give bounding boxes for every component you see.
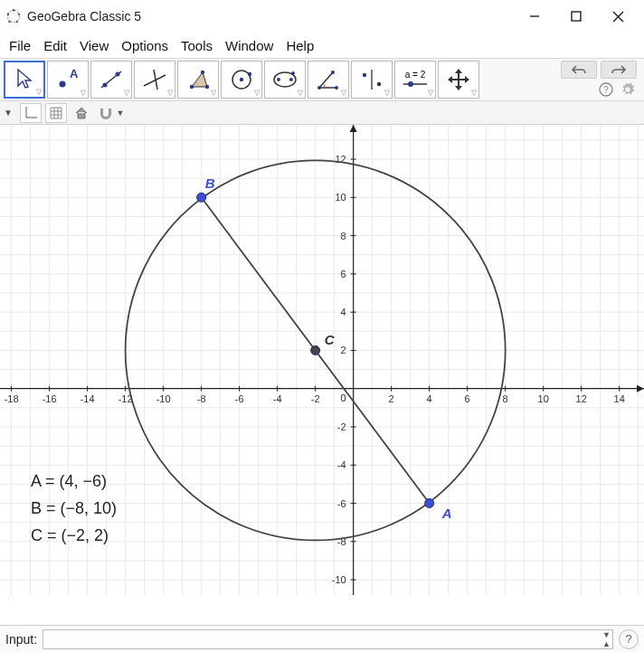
svg-point-30	[335, 86, 338, 90]
menu-options[interactable]: Options	[116, 34, 174, 57]
svg-point-25	[277, 78, 280, 81]
minimize-button[interactable]	[514, 3, 555, 30]
tool-perpendicular[interactable]: ▽	[134, 61, 175, 99]
tool-circle[interactable]: ▽	[221, 61, 262, 99]
svg-marker-17	[192, 72, 207, 87]
panel-toggle-icon[interactable]: ▼	[4, 108, 13, 118]
redo-button[interactable]	[601, 61, 637, 79]
svg-text:12: 12	[576, 393, 587, 404]
home-icon	[74, 106, 89, 120]
menu-window[interactable]: Window	[220, 34, 279, 57]
svg-text:4: 4	[341, 307, 346, 317]
svg-text:-6: -6	[235, 393, 244, 404]
maximize-button[interactable]	[555, 3, 597, 30]
svg-text:4: 4	[427, 393, 432, 404]
svg-point-27	[291, 71, 295, 75]
svg-point-2	[18, 14, 20, 15]
undo-button[interactable]	[561, 61, 597, 79]
home-button[interactable]	[71, 103, 92, 123]
cursor-icon	[14, 68, 34, 91]
perpendicular-icon	[139, 66, 170, 93]
menu-tools[interactable]: Tools	[175, 34, 218, 57]
settings-icon[interactable]	[619, 80, 637, 99]
chevron-down-icon: ▽	[298, 89, 303, 97]
menubar: File Edit View Options Tools Window Help	[0, 33, 644, 58]
svg-point-159	[425, 499, 434, 508]
svg-text:-18: -18	[5, 393, 19, 404]
svg-point-13	[103, 83, 108, 88]
move-arrows-icon	[445, 66, 472, 93]
svg-text:-4: -4	[337, 459, 346, 470]
input-field[interactable]: ▼▲	[43, 629, 613, 649]
magnet-icon	[98, 107, 114, 119]
svg-text:6: 6	[465, 393, 470, 404]
chevron-down-icon: ▽	[471, 89, 477, 97]
svg-text:-10: -10	[332, 574, 346, 585]
reflect-icon	[356, 66, 387, 93]
redo-icon	[611, 64, 627, 75]
axes-icon	[24, 106, 38, 120]
ellipse-icon	[270, 66, 300, 93]
svg-text:14: 14	[614, 393, 625, 404]
menu-view[interactable]: View	[74, 34, 114, 57]
svg-text:2: 2	[341, 345, 346, 355]
chevron-down-icon: ▽	[211, 89, 216, 97]
tool-slider[interactable]: a = 2 ▽	[394, 61, 436, 99]
menu-help[interactable]: Help	[280, 34, 319, 57]
tool-line[interactable]: ▽	[90, 61, 132, 99]
tool-point[interactable]: A ▽	[47, 61, 89, 99]
grid-toggle[interactable]	[45, 103, 67, 123]
svg-point-22	[240, 78, 243, 81]
angle-icon	[313, 66, 344, 93]
slider-icon: a = 2	[402, 70, 429, 90]
svg-point-14	[116, 72, 120, 77]
svg-text:10: 10	[538, 393, 549, 404]
tool-ellipse[interactable]: ▽	[264, 61, 306, 99]
window-title: GeoGebra Classic 5	[27, 9, 141, 24]
svg-point-23	[248, 72, 251, 76]
menu-file[interactable]: File	[4, 34, 36, 57]
svg-text:-2: -2	[337, 421, 346, 432]
tool-reflect[interactable]: ▽	[351, 61, 393, 99]
tool-move[interactable]: ▽	[4, 61, 45, 99]
svg-point-4	[8, 21, 10, 23]
svg-text:A: A	[70, 67, 79, 80]
menu-edit[interactable]: Edit	[38, 34, 72, 57]
svg-point-35	[408, 81, 413, 87]
snap-dropdown[interactable]: ▼	[96, 103, 127, 123]
svg-point-1	[13, 9, 14, 11]
axes-toggle[interactable]	[20, 103, 42, 123]
svg-text:6: 6	[341, 269, 346, 279]
close-button[interactable]	[597, 3, 639, 30]
tool-move-view[interactable]: ▽	[438, 61, 479, 99]
undo-icon	[571, 64, 587, 75]
svg-point-29	[331, 71, 335, 74]
help-icon[interactable]: ?	[597, 80, 615, 99]
input-help-button[interactable]: ?	[619, 629, 639, 649]
svg-text:-4: -4	[273, 393, 282, 404]
svg-point-26	[289, 78, 293, 81]
view-bar: ▼ ▼	[0, 101, 644, 125]
svg-text:-16: -16	[43, 393, 57, 404]
svg-text:?: ?	[603, 85, 609, 95]
svg-text:C: C	[325, 332, 336, 347]
svg-text:8: 8	[341, 231, 346, 241]
svg-point-18	[190, 85, 194, 89]
svg-point-32	[363, 73, 366, 77]
input-history-dropdown[interactable]: ▼▲	[602, 630, 611, 648]
titlebar: GeoGebra Classic 5	[0, 0, 644, 33]
svg-text:A: A	[441, 506, 452, 521]
tool-polygon[interactable]: ▽	[177, 61, 219, 99]
svg-point-33	[377, 82, 381, 86]
graphics-view[interactable]: -18-16-14-12-10-8-6-4-22468101214-10-8-6…	[0, 125, 644, 625]
svg-rect-7	[572, 12, 581, 21]
svg-text:-14: -14	[80, 393, 95, 404]
point-a-icon: A	[52, 66, 83, 93]
chevron-down-icon: ▽	[341, 89, 346, 97]
chevron-down-icon: ▽	[428, 89, 433, 97]
svg-text:-10: -10	[156, 393, 171, 404]
graph-canvas[interactable]: -18-16-14-12-10-8-6-4-22468101214-10-8-6…	[0, 125, 644, 595]
tool-angle[interactable]: ▽	[308, 61, 349, 99]
svg-point-10	[60, 81, 66, 88]
svg-text:-6: -6	[337, 498, 346, 509]
